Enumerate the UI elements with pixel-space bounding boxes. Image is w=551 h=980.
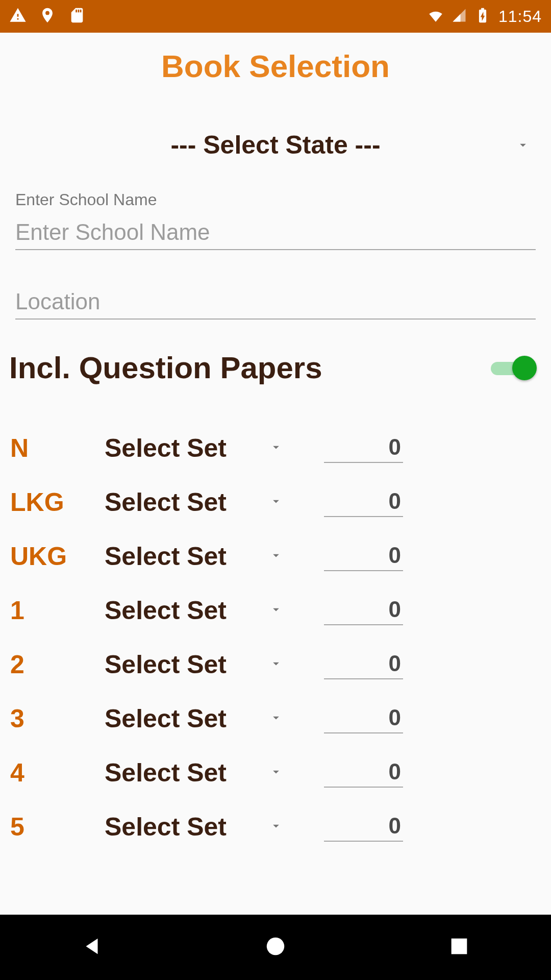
grade-row: 4Select Set (10, 746, 541, 800)
recents-square-icon (447, 951, 471, 960)
quantity-input[interactable] (324, 704, 403, 733)
set-select[interactable]: Select Set (105, 487, 293, 517)
chevron-down-icon (269, 819, 283, 835)
set-select-label: Select Set (105, 758, 269, 788)
grade-row: 1Select Set (10, 583, 541, 638)
status-bar-left (9, 7, 86, 26)
set-select[interactable]: Select Set (105, 650, 293, 679)
quantity-input[interactable] (324, 487, 403, 517)
chevron-down-icon (269, 440, 283, 456)
home-button[interactable] (254, 924, 297, 970)
chevron-down-icon (269, 765, 283, 781)
grade-list: NSelect SetLKGSelect SetUKGSelect Set1Se… (0, 421, 551, 854)
grade-label: 2 (10, 650, 105, 679)
location-field (0, 286, 551, 320)
grade-row: 5Select Set (10, 800, 541, 854)
chevron-down-icon (269, 494, 283, 510)
school-name-field: Enter School Name (0, 190, 551, 250)
page-content: Book Selection --- Select State --- Ente… (0, 33, 551, 854)
grade-label: LKG (10, 487, 105, 517)
set-select-label: Select Set (105, 650, 269, 679)
warning-icon (9, 7, 27, 26)
grade-label: 4 (10, 758, 105, 788)
chevron-down-icon (269, 656, 283, 673)
cell-signal-icon (452, 8, 467, 25)
svg-rect-1 (452, 939, 467, 954)
set-select-label: Select Set (105, 487, 269, 517)
status-time: 11:54 (498, 7, 542, 26)
quantity-input[interactable] (324, 812, 403, 842)
question-papers-row: Incl. Question Papers (0, 350, 551, 385)
location-icon (39, 7, 56, 26)
state-select-label: --- Select State --- (15, 130, 510, 160)
battery-charging-icon (474, 7, 491, 26)
back-triangle-icon (80, 951, 104, 960)
grade-label: 3 (10, 704, 105, 733)
school-name-input[interactable] (15, 216, 536, 250)
chevron-down-icon (269, 602, 283, 619)
home-circle-icon (264, 951, 287, 960)
grade-row: UKGSelect Set (10, 529, 541, 583)
grade-label: UKG (10, 542, 105, 571)
quantity-input[interactable] (324, 542, 403, 571)
navigation-bar (0, 915, 551, 980)
question-papers-toggle[interactable] (491, 356, 536, 380)
page-title: Book Selection (0, 48, 551, 84)
chevron-down-icon (510, 138, 536, 152)
set-select-label: Select Set (105, 542, 269, 571)
set-select-label: Select Set (105, 433, 269, 463)
status-bar-right: 11:54 (427, 7, 542, 26)
grade-label: N (10, 433, 105, 463)
grade-label: 5 (10, 812, 105, 842)
svg-point-0 (267, 938, 285, 955)
back-button[interactable] (70, 924, 114, 970)
set-select-label: Select Set (105, 704, 269, 733)
chevron-down-icon (269, 710, 283, 727)
grade-row: 2Select Set (10, 638, 541, 692)
quantity-input[interactable] (324, 596, 403, 625)
question-papers-label: Incl. Question Papers (9, 350, 491, 385)
switch-thumb (512, 356, 537, 380)
school-name-label: Enter School Name (15, 190, 536, 209)
status-bar: 11:54 (0, 0, 551, 33)
grade-label: 1 (10, 596, 105, 625)
state-select[interactable]: --- Select State --- (0, 130, 551, 160)
quantity-input[interactable] (324, 650, 403, 679)
set-select-label: Select Set (105, 812, 269, 842)
quantity-input[interactable] (324, 433, 403, 463)
quantity-input[interactable] (324, 758, 403, 788)
location-input[interactable] (15, 286, 536, 320)
set-select[interactable]: Select Set (105, 596, 293, 625)
grade-row: LKGSelect Set (10, 475, 541, 529)
wifi-icon (427, 7, 444, 26)
set-select-label: Select Set (105, 596, 269, 625)
set-select[interactable]: Select Set (105, 758, 293, 788)
set-select[interactable]: Select Set (105, 812, 293, 842)
set-select[interactable]: Select Set (105, 542, 293, 571)
chevron-down-icon (269, 548, 283, 565)
set-select[interactable]: Select Set (105, 433, 293, 463)
sd-card-icon (68, 7, 86, 26)
grade-row: NSelect Set (10, 421, 541, 475)
set-select[interactable]: Select Set (105, 704, 293, 733)
grade-row: 3Select Set (10, 692, 541, 746)
recents-button[interactable] (437, 924, 481, 970)
